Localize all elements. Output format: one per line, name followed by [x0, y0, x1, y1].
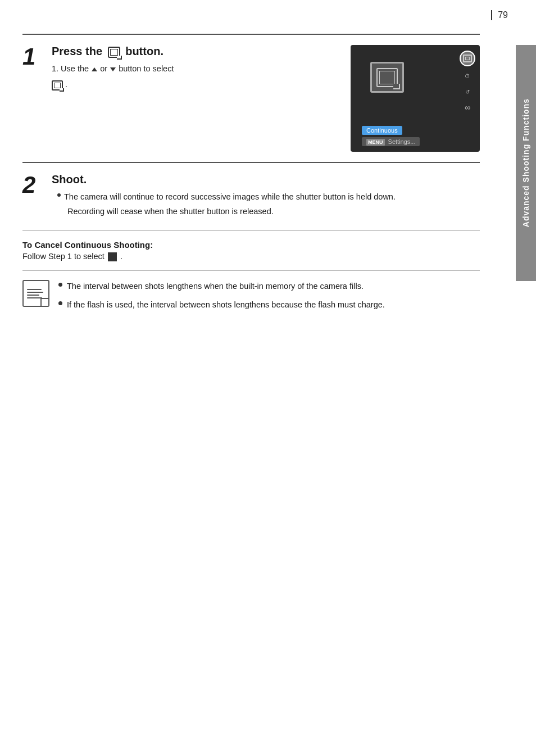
cancel-text: Follow Step 1 to select .: [22, 252, 480, 261]
note-bullet-2: If the flash is used, the interval betwe…: [58, 298, 480, 311]
bullet-item-2: Recording will cease when the shutter bu…: [57, 205, 480, 218]
note-text-1: The interval between shots lengthens whe…: [67, 280, 364, 292]
bullet-dot-1: [57, 193, 61, 197]
bullet-item-1: The camera will continue to record succe…: [57, 191, 480, 203]
center-icon-inner: [376, 68, 398, 87]
step-1-title: Press the button.: [52, 45, 339, 58]
step-2-number: 2: [22, 173, 43, 197]
note-line-2: [27, 292, 43, 293]
note-icon-lines: [27, 289, 45, 298]
step-2-title: Shoot.: [52, 173, 480, 186]
step-2-content: Shoot. The camera will continue to recor…: [52, 173, 480, 220]
menu-settings-item: MENU Settings...: [362, 137, 420, 146]
side-tab: Advanced Shooting Functions: [516, 45, 536, 281]
arrow-up-icon: [92, 67, 97, 71]
bullet-text-2: Recording will cease when the shutter bu…: [67, 205, 274, 218]
cancel-section: To Cancel Continuous Shooting: Follow St…: [22, 230, 480, 270]
camera-ui-image: ⏱ ↺ ∞: [351, 45, 480, 152]
side-tab-text: Advanced Shooting Functions: [521, 98, 530, 227]
step-1-instruction: 1. Use the or button to select .: [52, 62, 339, 91]
step-2-section: 2 Shoot. The camera will continue to rec…: [22, 162, 480, 230]
step-1-number: 1: [22, 45, 43, 69]
main-content: 1 Press the button. 1. Use the: [22, 0, 480, 325]
arrow-down-icon: [110, 67, 116, 71]
note-dot-1: [58, 283, 62, 287]
select-icon: .: [52, 78, 67, 90]
note-text-2: If the flash is used, the interval betwe…: [67, 298, 385, 311]
step-1-content: Press the button. 1. Use the or but: [52, 45, 480, 152]
camera-small-icon-1: ⏱: [461, 70, 474, 82]
camera-small-icon-2: ↺: [461, 85, 474, 98]
step-1-text: Press the button. 1. Use the or but: [52, 45, 339, 91]
camera-small-icon-3: ∞: [461, 101, 474, 114]
note-bullet-1: The interval between shots lengthens whe…: [58, 280, 480, 292]
camera-icon-list: ⏱ ↺ ∞: [460, 51, 475, 114]
step-1-section: 1 Press the button. 1. Use the: [22, 34, 480, 162]
step-2-bullets: The camera will continue to record succe…: [57, 191, 480, 218]
cancel-title: To Cancel Continuous Shooting:: [22, 240, 480, 250]
continuous-button-icon: [108, 47, 120, 58]
stop-icon: [108, 252, 117, 261]
note-bullets: The interval between shots lengthens whe…: [58, 280, 480, 316]
note-dot-2: [58, 301, 62, 305]
page-number: 79: [491, 10, 508, 20]
camera-inner-icon: [463, 55, 472, 62]
camera-menu: Continuous MENU Settings...: [362, 125, 480, 146]
note-corner: [40, 298, 48, 306]
note-line-1: [27, 289, 42, 290]
bullet-text-1: The camera will continue to record succe…: [64, 191, 396, 203]
camera-screen-mockup: ⏱ ↺ ∞: [351, 45, 480, 152]
note-line-3: [27, 295, 39, 296]
camera-active-icon: [460, 51, 475, 66]
center-camera-icon: [370, 62, 404, 93]
note-document-icon: [22, 280, 49, 307]
menu-continuous-item: Continuous: [362, 126, 402, 135]
note-section: The interval between shots lengthens whe…: [22, 270, 480, 325]
